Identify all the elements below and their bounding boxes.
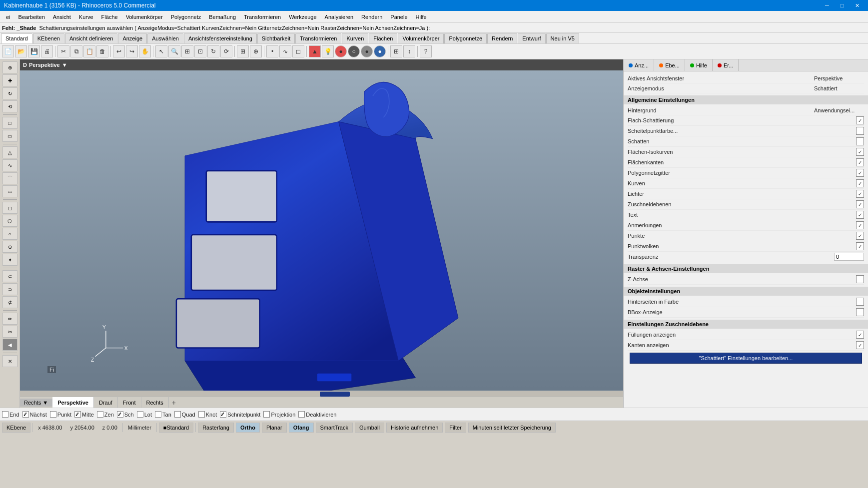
menu-item-kurve[interactable]: Kurve xyxy=(75,11,97,22)
rotate-icon[interactable]: ↻ xyxy=(207,45,219,57)
viewport-canvas[interactable]: Y X Z Fi xyxy=(20,70,623,391)
menu-item-volumenkörper[interactable]: Volumenkörper xyxy=(122,11,167,22)
snap-check-tan[interactable] xyxy=(155,411,161,418)
maximize-button[interactable]: □ xyxy=(835,0,849,10)
scrollbar-thumb[interactable] xyxy=(320,392,350,397)
prop-anmerkungen[interactable]: Anmerkungen xyxy=(628,220,864,231)
panel-tab-ebe[interactable]: Ebe... xyxy=(654,59,685,71)
zoom-icon[interactable]: 🔍 xyxy=(168,45,180,57)
redo-icon[interactable]: ↪ xyxy=(126,45,138,57)
left-tool-12[interactable]: ⬡ xyxy=(2,215,17,227)
prop-polygonnetzgitter[interactable]: Polygonnetzgitter xyxy=(628,168,864,178)
menu-item-hilfe[interactable]: Hilfe xyxy=(412,11,431,22)
tab-entwurf[interactable]: Entwurf xyxy=(518,33,545,43)
snap-label-deaktivieren[interactable]: Deaktivieren xyxy=(306,412,336,418)
cb-flaechen-iso[interactable] xyxy=(856,148,864,156)
prop-z-achse[interactable]: Z-Achse xyxy=(628,274,864,285)
viewport-layout-icon[interactable]: ⊞ xyxy=(390,45,402,57)
left-tool-16[interactable]: ⊂ xyxy=(2,270,17,282)
viewport-tab-rechts[interactable]: Rechts xyxy=(141,397,169,408)
save-icon[interactable]: 💾 xyxy=(28,45,40,57)
cb-punktwolken[interactable] xyxy=(856,242,864,250)
snap-label-zen[interactable]: Zen xyxy=(104,412,114,418)
surface-icon[interactable]: ◻ xyxy=(292,45,304,57)
material-circle-icon[interactable]: ○ xyxy=(348,45,360,57)
point-icon[interactable]: • xyxy=(266,45,278,57)
zoom-extents-icon[interactable]: ⊡ xyxy=(194,45,206,57)
material-red-icon[interactable]: ● xyxy=(335,45,347,57)
select-icon[interactable]: ↖ xyxy=(155,45,167,57)
left-tool-7[interactable]: △ xyxy=(2,146,17,158)
snap-check-mitte[interactable]: ✓ xyxy=(74,411,81,418)
cb-hinterseiten[interactable] xyxy=(856,298,864,306)
status-smarttrack[interactable]: SmartTrack xyxy=(316,423,353,433)
viewport-tab-perspektive[interactable]: Perspektive xyxy=(52,397,94,408)
snap-label-naechst[interactable]: Nächst xyxy=(30,412,47,418)
menu-item-bemassung[interactable]: Bemaßung xyxy=(205,11,240,22)
snap-check-deaktivieren[interactable] xyxy=(298,411,305,418)
menu-item-werkzeuge[interactable]: Werkzeuge xyxy=(285,11,320,22)
snap-check-naechst[interactable]: ✓ xyxy=(22,411,29,418)
left-tool-21[interactable]: ✕ xyxy=(2,355,17,367)
snap-label-end[interactable]: End xyxy=(9,412,19,418)
tab-kebenen[interactable]: KEbenen xyxy=(33,33,64,43)
cb-z-achse[interactable] xyxy=(856,275,864,283)
tab-kurven[interactable]: Kurven xyxy=(342,33,368,43)
cb-kanten[interactable] xyxy=(856,341,864,349)
prop-kanten-anzeigen[interactable]: Kanten anzeigen xyxy=(628,340,864,351)
left-tool-1[interactable]: ⊕ xyxy=(2,61,17,73)
snap-label-knot[interactable]: Knot xyxy=(206,412,217,418)
left-tool-9[interactable]: ⌒ xyxy=(2,172,17,184)
paste-icon[interactable]: 📋 xyxy=(83,45,95,57)
tab-transformieren[interactable]: Transformieren xyxy=(295,33,341,43)
prop-flach-schattierung[interactable]: Flach-Schattierung xyxy=(628,115,864,126)
help-icon[interactable]: ? xyxy=(420,45,432,57)
orbit-icon[interactable]: ⟳ xyxy=(220,45,232,57)
status-ofang[interactable]: Ofang xyxy=(289,423,314,433)
cb-flaechenkanten[interactable] xyxy=(856,158,864,166)
snap-label-projektion[interactable]: Projektion xyxy=(271,412,295,418)
snap-label-tan[interactable]: Tan xyxy=(162,412,171,418)
cb-bbox[interactable] xyxy=(856,308,864,316)
prop-scheitelpunkt[interactable]: Scheitelpunktfarbe... xyxy=(628,126,864,136)
status-layer[interactable]: ■ Standard xyxy=(159,423,193,433)
snap-check-knot[interactable] xyxy=(198,411,205,418)
minimize-button[interactable]: ─ xyxy=(820,0,834,10)
prop-bbox[interactable]: BBox-Anzeige xyxy=(628,307,864,318)
prop-fuellungen[interactable]: Füllungen anzeigen xyxy=(628,330,864,340)
prop-flaechen-isokurven[interactable]: Flächen-Isokurven xyxy=(628,147,864,157)
prop-lichter[interactable]: Lichter xyxy=(628,189,864,199)
tab-anzeige[interactable]: Anzeige xyxy=(118,33,147,43)
tab-neu-v5[interactable]: Neu in V5 xyxy=(546,33,579,43)
tab-volumenkörper[interactable]: Volumenkörper xyxy=(398,33,444,43)
left-tool-2[interactable]: ✚ xyxy=(2,74,17,86)
snap-label-punkt[interactable]: Punkt xyxy=(57,412,71,418)
close-button[interactable]: ✕ xyxy=(850,0,864,10)
panel-tab-anz[interactable]: Anz... xyxy=(624,59,654,71)
schattiert-settings-button[interactable]: "Schattiert" Einstellungen bearbeiten... xyxy=(630,353,862,364)
snap-check-sch[interactable]: ✓ xyxy=(117,411,123,418)
menu-item-ansicht[interactable]: Ansicht xyxy=(49,11,75,22)
cb-kurven[interactable] xyxy=(856,179,864,187)
cb-schatten[interactable] xyxy=(856,137,864,145)
menu-item-panele[interactable]: Panele xyxy=(386,11,411,22)
tab-polygonnetze[interactable]: Polygonnetze xyxy=(444,33,487,43)
viewport-dropdown[interactable]: ▼ xyxy=(62,62,67,68)
snap-label-quad[interactable]: Quad xyxy=(182,412,195,418)
left-tool-15[interactable]: ✦ xyxy=(2,254,17,266)
prop-punkte[interactable]: Punkte xyxy=(628,231,864,241)
new-icon[interactable]: 📄 xyxy=(2,45,14,57)
tab-sichtbarkeit[interactable]: Sichtbarkeit xyxy=(257,33,295,43)
undo-icon[interactable]: ↩ xyxy=(113,45,125,57)
cb-scheitelpunkt[interactable] xyxy=(856,127,864,135)
snap-icon[interactable]: ⊕ xyxy=(250,45,262,57)
cb-anmerkungen[interactable] xyxy=(856,221,864,229)
menu-item-datei[interactable]: ei xyxy=(2,11,14,22)
viewport-tab-front[interactable]: Front xyxy=(118,397,141,408)
snap-check-schnittpunkt[interactable]: ✓ xyxy=(220,411,226,418)
snap-label-schnittpunkt[interactable]: Schnitelpunkt xyxy=(227,412,260,418)
tab-standard[interactable]: Standard xyxy=(1,33,32,43)
status-gumball[interactable]: Gumball xyxy=(355,423,384,433)
delete-icon[interactable]: 🗑 xyxy=(96,45,108,57)
left-tool-20[interactable]: ✂ xyxy=(2,326,17,338)
